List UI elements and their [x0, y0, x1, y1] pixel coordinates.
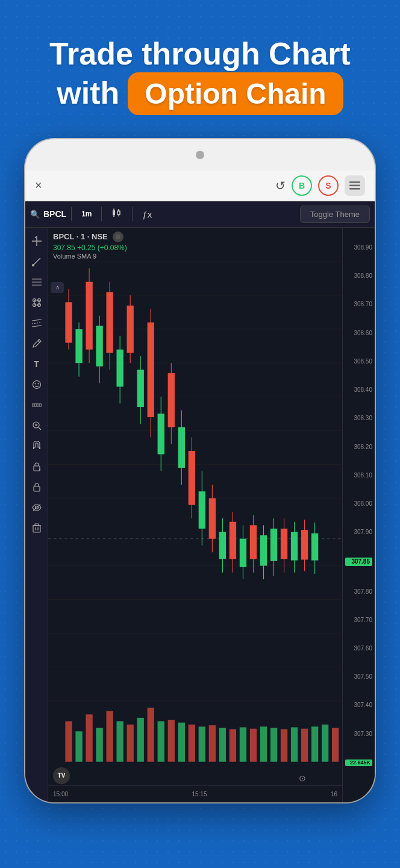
svg-point-31	[37, 383, 39, 384]
time-label-3: 16	[331, 791, 337, 797]
sell-button[interactable]: S	[318, 175, 339, 196]
search-icon: 🔍	[30, 210, 40, 219]
ruler-tool[interactable]	[28, 397, 45, 414]
price-level-11: 307.90	[345, 529, 372, 535]
svg-rect-99	[219, 532, 226, 559]
visibility-tool[interactable]	[28, 499, 45, 516]
orders-button[interactable]	[345, 175, 365, 196]
collapse-button[interactable]: ∧	[51, 282, 64, 293]
svg-rect-127	[158, 721, 164, 761]
delete-tool[interactable]	[28, 520, 45, 536]
svg-rect-120	[86, 714, 92, 761]
hero-line2: with Option Chain	[18, 72, 382, 115]
indicators-button[interactable]: ƒx	[137, 207, 157, 222]
price-axis: 308.90 308.80 308.70 308.60 308.50 308.4…	[342, 228, 375, 802]
channel-tool[interactable]	[28, 315, 45, 332]
price-level-12: 307.80	[345, 589, 372, 595]
line-tool[interactable]	[28, 253, 45, 270]
magnet-tool[interactable]	[28, 438, 45, 454]
svg-rect-137	[260, 726, 267, 761]
price-level-8: 308.20	[345, 444, 372, 450]
phone-top-bar	[25, 139, 375, 171]
status-indicator	[113, 231, 123, 242]
price-level-2: 308.80	[345, 273, 372, 279]
time-axis: 15:00 15:15 16	[48, 785, 342, 802]
svg-rect-71	[75, 329, 82, 363]
price-level-3: 308.70	[345, 301, 372, 307]
svg-point-30	[34, 383, 36, 384]
pencil-tool[interactable]	[28, 335, 45, 352]
svg-rect-117	[311, 533, 318, 561]
candlestick-chart	[48, 228, 342, 802]
chart-canvas[interactable]: ∧ BPCL · 1 · NSE 307.85 +0.25 (+0.08%)	[48, 228, 342, 802]
svg-rect-81	[127, 306, 134, 353]
svg-line-37	[39, 427, 41, 430]
hero-title: Trade through Chart with Option Chain	[18, 36, 382, 115]
symbol-name: BPCL · 1 · NSE	[53, 232, 108, 241]
hlines-tool[interactable]	[28, 274, 45, 291]
close-button[interactable]: ×	[35, 178, 42, 192]
svg-rect-128	[168, 720, 175, 762]
symbol-info-row: BPCL · 1 · NSE	[53, 231, 337, 242]
time-label-1: 15:00	[53, 791, 68, 797]
svg-rect-69	[65, 302, 72, 342]
zoom-tool[interactable]	[28, 417, 45, 434]
price-level-15: 307.50	[345, 674, 372, 680]
svg-line-43	[39, 469, 40, 470]
svg-rect-105	[250, 525, 257, 559]
symbol-search[interactable]: 🔍 BPCL	[30, 209, 66, 219]
shapes-tool[interactable]	[28, 294, 45, 311]
svg-rect-136	[250, 729, 257, 762]
svg-rect-111	[281, 529, 287, 559]
svg-line-28	[38, 341, 40, 342]
settings-icon[interactable]: ⊙	[299, 773, 306, 783]
tradingview-logo: TV	[53, 767, 70, 784]
phone-wrapper: × ↺ B S 🔍 BPCL 1	[0, 133, 400, 802]
chart-toolbar: 🔍 BPCL 1m ƒx Toggle Theme	[25, 201, 375, 228]
svg-rect-133	[219, 728, 226, 762]
svg-rect-2	[349, 188, 360, 190]
chart-info-overlay: BPCL · 1 · NSE 307.85 +0.25 (+0.08%) Vol…	[48, 228, 342, 263]
symbol-label: BPCL	[43, 209, 66, 219]
svg-line-26	[32, 322, 42, 324]
svg-rect-144	[332, 728, 339, 762]
hero-with: with	[57, 75, 119, 112]
svg-rect-134	[230, 729, 236, 762]
emoji-tool[interactable]	[28, 376, 45, 393]
svg-rect-97	[209, 498, 216, 538]
crosshair-tool[interactable]	[28, 233, 45, 250]
price-change-row: 307.85 +0.25 (+0.08%)	[53, 244, 337, 252]
lock-edit-tool[interactable]	[28, 458, 45, 475]
price-level-1: 308.90	[345, 245, 372, 251]
svg-rect-121	[96, 728, 102, 762]
svg-rect-138	[270, 728, 277, 762]
svg-rect-3	[113, 210, 115, 215]
svg-rect-109	[270, 529, 277, 561]
app-header: × ↺ B S	[25, 171, 375, 201]
price-level-10: 308.00	[345, 501, 372, 507]
buy-button[interactable]: B	[292, 175, 312, 196]
lock-tool[interactable]	[28, 479, 45, 495]
time-label-2: 15:15	[192, 791, 207, 797]
svg-rect-103	[240, 539, 246, 567]
phone-frame: × ↺ B S 🔍 BPCL 1	[25, 139, 375, 802]
svg-rect-101	[230, 522, 236, 559]
svg-rect-47	[33, 526, 40, 532]
timeframe-button[interactable]: 1m	[77, 207, 96, 221]
current-price: 307.85	[53, 244, 75, 252]
sma-label: SMA 9	[77, 253, 96, 260]
svg-rect-89	[168, 373, 175, 427]
svg-rect-124	[127, 725, 134, 762]
refresh-button[interactable]: ↺	[275, 178, 286, 193]
svg-rect-93	[189, 451, 195, 505]
candle-type-button[interactable]	[107, 206, 127, 222]
svg-rect-83	[137, 370, 144, 407]
toggle-theme-button[interactable]: Toggle Theme	[300, 206, 370, 223]
price-level-9: 308.10	[345, 473, 372, 479]
svg-point-52	[116, 234, 120, 239]
hero-text: Trade through Chart with Option Chain	[0, 0, 400, 133]
svg-rect-115	[301, 530, 308, 559]
svg-rect-139	[281, 729, 287, 762]
price-level-5: 308.50	[345, 359, 372, 365]
text-tool[interactable]: T	[28, 356, 45, 373]
